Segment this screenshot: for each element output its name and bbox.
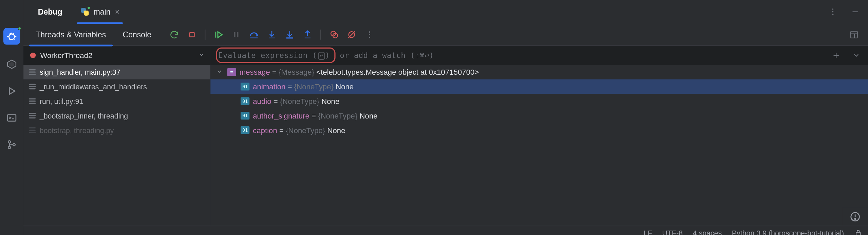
frame-icon — [29, 98, 36, 104]
field-var-icon: 01 — [241, 126, 249, 134]
vcs-icon[interactable] — [4, 138, 19, 152]
thread-selector[interactable]: WorkerThread2 — [23, 46, 210, 65]
debug-tool-icon[interactable] — [3, 28, 20, 44]
add-watch-hint: or add a watch (⇧⌘↩︎) — [340, 51, 434, 60]
stack-frame[interactable]: _run_middlewares_and_handlers — [23, 79, 210, 94]
object-var-icon: ≡ — [227, 68, 236, 76]
stack-frame[interactable]: bootstrap, threading.py — [23, 123, 210, 138]
svg-point-28 — [369, 31, 370, 33]
run-icon[interactable] — [4, 84, 19, 98]
svg-marker-3 — [10, 88, 15, 94]
frame-icon — [29, 69, 36, 75]
toolbar-more-icon[interactable] — [362, 27, 377, 42]
svg-point-29 — [369, 34, 370, 35]
tab-console[interactable]: Console — [116, 23, 158, 46]
hide-toolwindow-icon[interactable] — [848, 4, 863, 19]
evaluate-expression-bar[interactable]: Evaluate expression (↩︎) or add a watch … — [210, 46, 868, 65]
services-icon[interactable] — [4, 57, 19, 72]
svg-point-9 — [832, 11, 833, 13]
variable-row[interactable]: 01 author_signature = {NoneType} None — [210, 108, 868, 123]
view-breakpoints-icon[interactable] — [327, 27, 341, 42]
frame-icon — [29, 84, 36, 89]
step-into-my-code-icon[interactable] — [283, 27, 297, 42]
expand-eval-icon[interactable] — [849, 48, 864, 62]
chevron-down-icon — [198, 50, 205, 60]
svg-rect-12 — [190, 32, 194, 37]
encoding-widget[interactable]: UTF-8 — [662, 229, 683, 235]
mute-breakpoints-icon[interactable] — [344, 27, 359, 42]
variable-row[interactable]: 01 audio = {NoneType} None — [210, 94, 868, 108]
step-over-icon[interactable] — [247, 27, 261, 42]
svg-rect-31 — [851, 31, 857, 38]
svg-rect-16 — [237, 32, 238, 37]
debug-toolbar — [167, 27, 377, 42]
frame-icon — [29, 113, 36, 119]
svg-point-6 — [8, 146, 11, 149]
status-bar: LF UTF-8 4 spaces Python 3.9 (horoscope-… — [23, 226, 868, 235]
file-tab-main[interactable]: main × — [71, 0, 129, 23]
variable-row[interactable]: 01 caption = {NoneType} None — [210, 123, 868, 138]
svg-rect-15 — [234, 32, 235, 37]
svg-point-38 — [855, 218, 856, 219]
stack-frame[interactable]: run, util.py:91 — [23, 94, 210, 108]
svg-point-7 — [13, 144, 15, 146]
more-options-icon[interactable] — [826, 4, 840, 19]
evaluate-expression-highlight: Evaluate expression (↩︎) — [216, 48, 336, 63]
terminal-icon[interactable] — [4, 111, 19, 125]
stop-icon[interactable] — [185, 27, 200, 42]
svg-point-5 — [8, 141, 11, 143]
readonly-lock-icon[interactable] — [854, 228, 863, 235]
field-var-icon: 01 — [241, 83, 249, 90]
svg-point-30 — [369, 36, 370, 38]
variable-row[interactable]: ≡ message = {Message} <telebot.types.Mes… — [210, 65, 868, 79]
activity-bar — [0, 0, 23, 235]
add-watch-icon[interactable] — [829, 48, 844, 62]
line-separator-widget[interactable]: LF — [644, 229, 652, 235]
python-file-icon — [80, 7, 89, 16]
variables-panel: Evaluate expression (↩︎) or add a watch … — [210, 46, 868, 235]
interpreter-widget[interactable]: Python 3.9 (horoscope-bot-tutorial) — [732, 229, 844, 235]
layout-settings-icon[interactable] — [847, 27, 861, 42]
svg-rect-39 — [856, 232, 860, 235]
thread-suspended-dot — [30, 53, 36, 58]
field-var-icon: 01 — [241, 97, 249, 105]
indent-widget[interactable]: 4 spaces — [693, 229, 722, 235]
debug-tab-label[interactable]: Debug — [29, 0, 71, 23]
stack-frame[interactable]: _bootstrap_inner, threading — [23, 108, 210, 123]
variable-row[interactable]: 01 animation = {NoneType} None — [210, 79, 868, 94]
svg-point-10 — [832, 14, 833, 15]
rerun-icon[interactable] — [167, 27, 182, 42]
problems-icon[interactable] — [842, 208, 868, 226]
step-into-icon[interactable] — [265, 27, 279, 42]
svg-marker-2 — [10, 62, 14, 67]
frames-panel: WorkerThread2 sign_handler, main.py:37 _… — [23, 46, 210, 235]
step-out-icon[interactable] — [300, 27, 315, 42]
svg-rect-4 — [7, 114, 16, 121]
tool-window-tabs: Debug main × — [23, 0, 868, 23]
frame-icon — [29, 127, 36, 133]
stack-frame[interactable]: sign_handler, main.py:37 — [23, 65, 210, 79]
chevron-down-icon[interactable] — [216, 68, 224, 76]
field-var-icon: 01 — [241, 112, 249, 120]
close-tab-icon[interactable]: × — [115, 7, 119, 16]
svg-marker-14 — [218, 32, 222, 37]
pause-icon[interactable] — [229, 27, 244, 42]
resume-icon[interactable] — [211, 27, 226, 42]
tab-threads-variables[interactable]: Threads & Variables — [29, 23, 113, 46]
debug-subtabs: Threads & Variables Console — [23, 23, 868, 46]
svg-point-8 — [832, 8, 833, 10]
